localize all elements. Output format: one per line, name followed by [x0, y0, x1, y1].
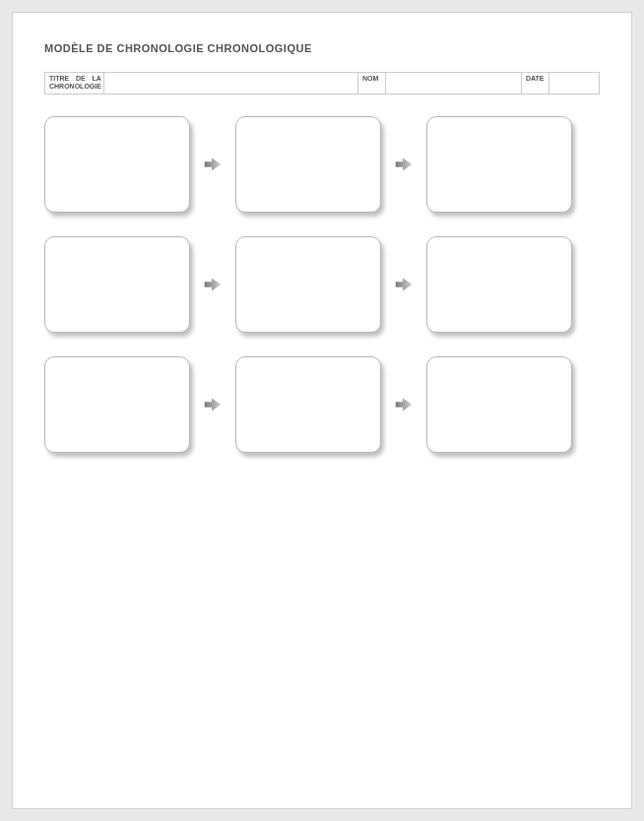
timeline-row — [44, 116, 600, 213]
name-label: NOM — [358, 73, 386, 94]
page-title: MODÈLE DE CHRONOLOGIE CHRONOLOGIQUE — [44, 42, 600, 54]
timeline-card[interactable] — [235, 356, 381, 453]
date-label: DATE — [522, 73, 549, 94]
arrow-right-icon — [389, 274, 419, 295]
timeline-card[interactable] — [235, 236, 381, 333]
arrow-right-icon — [198, 394, 227, 415]
timeline-row — [44, 356, 600, 453]
timeline-card[interactable] — [426, 116, 572, 213]
timeline-card[interactable] — [44, 116, 190, 213]
header-table: TITRE DE LA CHRONOLOGIE NOM DATE — [44, 72, 600, 95]
name-value[interactable] — [386, 73, 522, 94]
arrow-right-icon — [198, 274, 227, 295]
date-value[interactable] — [549, 73, 599, 94]
timeline-card[interactable] — [44, 236, 190, 333]
document-page: MODÈLE DE CHRONOLOGIE CHRONOLOGIQUE TITR… — [12, 12, 632, 809]
chronology-title-label: TITRE DE LA CHRONOLOGIE — [45, 73, 104, 94]
timeline-grid — [44, 116, 600, 453]
arrow-right-icon — [389, 394, 419, 415]
arrow-right-icon — [198, 154, 227, 175]
timeline-card[interactable] — [426, 356, 572, 453]
timeline-row — [44, 236, 600, 333]
arrow-right-icon — [389, 154, 419, 175]
chronology-title-value[interactable] — [104, 73, 358, 94]
timeline-card[interactable] — [44, 356, 190, 453]
timeline-card[interactable] — [235, 116, 381, 213]
timeline-card[interactable] — [426, 236, 572, 333]
